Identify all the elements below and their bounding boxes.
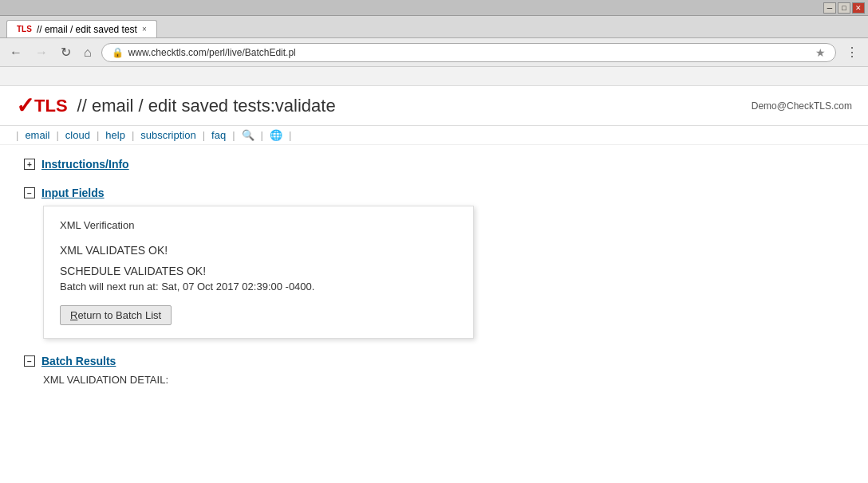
close-button[interactable]: ✕ xyxy=(852,2,865,14)
nav-email[interactable]: email xyxy=(20,129,54,141)
nav-sep-1: | xyxy=(56,129,58,141)
url-text: www.checktls.com/perl/live/BatchEdit.pl xyxy=(128,47,296,58)
nav-faq[interactable]: faq xyxy=(207,129,231,141)
refresh-button[interactable]: ↻ xyxy=(57,43,74,61)
nav-sep-0: | xyxy=(16,129,18,141)
nav-sep-7: | xyxy=(289,129,291,141)
tab-label: // email / edit saved test xyxy=(37,24,137,35)
nav-sep-4: | xyxy=(203,129,205,141)
return-btn-text: eturn to Batch List xyxy=(77,309,161,321)
batch-results-section: − Batch Results XML VALIDATION DETAIL: xyxy=(24,355,844,386)
xml-validation-detail: XML VALIDATION DETAIL: xyxy=(43,374,844,386)
nav-sep-6: | xyxy=(261,129,263,141)
logo: ✓ TLS xyxy=(16,92,68,119)
active-tab[interactable]: TLS // email / edit saved test × xyxy=(6,20,157,37)
instructions-header[interactable]: + Instructions/Info xyxy=(24,158,844,171)
address-input[interactable]: 🔒 www.checktls.com/perl/live/BatchEdit.p… xyxy=(101,43,836,62)
instructions-title[interactable]: Instructions/Info xyxy=(41,158,129,171)
address-bar: ← → ↻ ⌂ 🔒 www.checktls.com/perl/live/Bat… xyxy=(0,38,868,67)
schedule-validates-ok: SCHEDULE VALIDATES OK! xyxy=(60,265,457,277)
page-title: // email / edit saved tests:validate xyxy=(77,96,336,116)
nav-sep-2: | xyxy=(97,129,99,141)
bookmark-star[interactable]: ★ xyxy=(815,46,826,59)
nav-search[interactable]: 🔍 xyxy=(237,129,259,141)
logo-area: ✓ TLS // email / edit saved tests:valida… xyxy=(16,92,336,119)
nav-globe[interactable]: 🌐 xyxy=(265,129,287,141)
xml-validates-ok: XML VALIDATES OK! xyxy=(60,244,457,257)
tab-favicon: TLS xyxy=(17,25,32,33)
page-content: ✓ TLS // email / edit saved tests:valida… xyxy=(0,86,868,483)
tab-bar: TLS // email / edit saved test × xyxy=(0,16,868,38)
maximize-button[interactable]: □ xyxy=(838,2,850,14)
forward-button[interactable]: → xyxy=(32,44,51,61)
return-to-batch-list-button[interactable]: Return to Batch List xyxy=(60,305,172,325)
nav-cloud[interactable]: cloud xyxy=(61,129,95,141)
window-chrome: ─ □ ✕ xyxy=(0,0,868,16)
batch-results-title[interactable]: Batch Results xyxy=(41,355,116,367)
main-content: + Instructions/Info − Input Fields XML V… xyxy=(0,145,868,399)
batch-results-toggle[interactable]: − xyxy=(24,355,35,367)
logo-checkmark: ✓ xyxy=(16,92,34,119)
user-email: Demo@CheckTLS.com xyxy=(752,100,852,112)
batch-next-run: Batch will next run at: Sat, 07 Oct 2017… xyxy=(60,281,457,293)
nav-help[interactable]: help xyxy=(101,129,130,141)
lock-icon: 🔒 xyxy=(112,47,124,58)
instructions-toggle[interactable]: + xyxy=(24,159,35,170)
nav-sep-3: | xyxy=(132,129,134,141)
browser-toolbar xyxy=(0,67,868,86)
batch-results-header[interactable]: − Batch Results xyxy=(24,355,844,367)
site-nav: | email | cloud | help | subscription | … xyxy=(0,126,868,145)
browser-menu-button[interactable]: ⋮ xyxy=(842,43,862,61)
back-button[interactable]: ← xyxy=(6,44,26,61)
site-header: ✓ TLS // email / edit saved tests:valida… xyxy=(0,86,868,126)
logo-tls-text: TLS xyxy=(34,96,68,116)
nav-subscription[interactable]: subscription xyxy=(136,129,200,141)
input-fields-section: − Input Fields XML Verification XML VALI… xyxy=(24,187,844,339)
nav-sep-5: | xyxy=(232,129,235,141)
return-btn-r: R xyxy=(70,309,77,321)
minimize-button[interactable]: ─ xyxy=(823,2,836,14)
verification-box: XML Verification XML VALIDATES OK! SCHED… xyxy=(43,206,474,339)
input-fields-title[interactable]: Input Fields xyxy=(41,187,105,199)
instructions-section: + Instructions/Info xyxy=(24,158,844,171)
input-fields-toggle[interactable]: − xyxy=(24,187,35,198)
home-button[interactable]: ⌂ xyxy=(81,44,95,61)
tab-close-button[interactable]: × xyxy=(142,25,147,33)
verification-label: XML Verification xyxy=(60,219,457,231)
input-fields-header[interactable]: − Input Fields xyxy=(24,187,844,199)
